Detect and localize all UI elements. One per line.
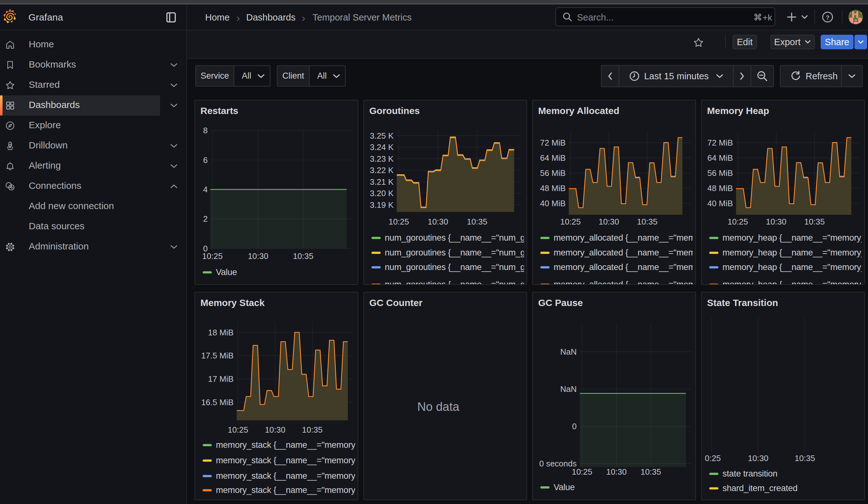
svg-text:3.24 K: 3.24 K [370, 142, 394, 152]
svg-text:8: 8 [203, 126, 208, 135]
svg-text:17.5 MiB: 17.5 MiB [201, 351, 234, 360]
svg-text:72 MiB: 72 MiB [707, 138, 733, 147]
svg-text:6: 6 [203, 155, 208, 165]
svg-text:10:30: 10:30 [598, 217, 619, 226]
svg-text:10:25: 10:25 [389, 217, 409, 226]
svg-text:10:30: 10:30 [265, 425, 285, 434]
svg-text:10:30: 10:30 [766, 217, 786, 226]
svg-text:16.5 MiB: 16.5 MiB [201, 398, 234, 407]
svg-text:3.20 K: 3.20 K [370, 188, 394, 198]
svg-text:0 seconds: 0 seconds [539, 459, 577, 468]
svg-text:3.21 K: 3.21 K [370, 177, 394, 187]
svg-text:10:35: 10:35 [467, 217, 487, 226]
svg-text:3.19 K: 3.19 K [370, 200, 394, 210]
svg-text:4: 4 [203, 185, 208, 194]
svg-text:56 MiB: 56 MiB [540, 168, 566, 178]
svg-text:40 MiB: 40 MiB [707, 199, 733, 208]
svg-text:10:25: 10:25 [202, 251, 223, 261]
svg-text:10:30: 10:30 [606, 467, 627, 476]
svg-text:17 MiB: 17 MiB [208, 374, 234, 384]
svg-text:10:25: 10:25 [572, 467, 592, 476]
svg-text:2: 2 [203, 214, 208, 224]
svg-text:10:35: 10:35 [794, 453, 815, 463]
svg-text:NaN: NaN [560, 347, 577, 357]
svg-text:10:35: 10:35 [302, 425, 323, 434]
svg-text:10:35: 10:35 [293, 251, 313, 261]
svg-text:10:35: 10:35 [640, 467, 661, 476]
svg-text:10:30: 10:30 [748, 453, 768, 463]
svg-text:10:35: 10:35 [804, 217, 825, 226]
svg-text:3.23 K: 3.23 K [370, 154, 394, 164]
svg-text:0: 0 [572, 422, 577, 431]
svg-text:10:30: 10:30 [428, 217, 448, 226]
svg-text:10:25: 10:25 [560, 217, 581, 226]
svg-text:3.22 K: 3.22 K [370, 165, 394, 175]
svg-text:0:25: 0:25 [705, 453, 721, 463]
svg-text:48 MiB: 48 MiB [707, 184, 733, 193]
svg-text:10:35: 10:35 [637, 217, 658, 226]
svg-text:NaN: NaN [560, 384, 577, 394]
svg-text:56 MiB: 56 MiB [707, 168, 733, 178]
svg-text:48 MiB: 48 MiB [540, 184, 566, 193]
svg-text:10:30: 10:30 [248, 251, 268, 261]
svg-text:72 MiB: 72 MiB [540, 138, 566, 147]
svg-text:64 MiB: 64 MiB [707, 153, 733, 163]
svg-text:64 MiB: 64 MiB [540, 153, 566, 163]
svg-text:?: ? [826, 14, 829, 21]
svg-text:40 MiB: 40 MiB [540, 199, 566, 208]
svg-text:3.25 K: 3.25 K [370, 131, 394, 141]
svg-text:18 MiB: 18 MiB [208, 328, 234, 337]
svg-text:10:25: 10:25 [727, 217, 748, 226]
svg-text:10:25: 10:25 [228, 425, 248, 434]
